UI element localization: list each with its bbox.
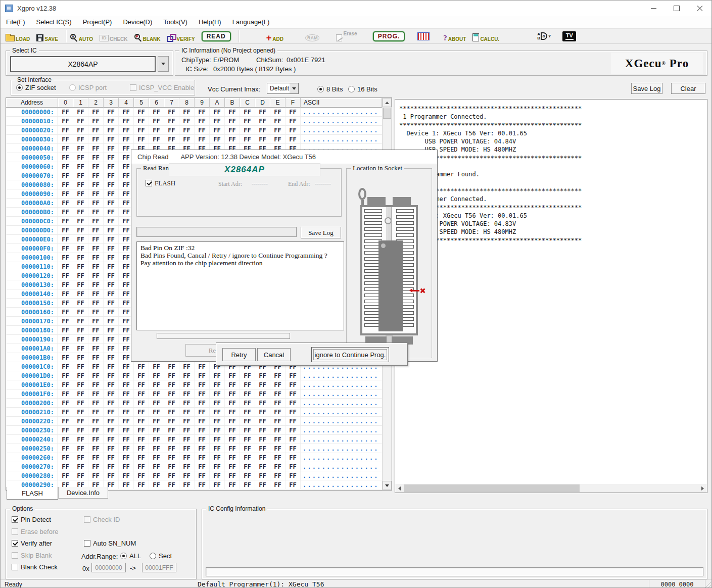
hex-byte-cell[interactable]: FF [104,435,119,444]
hex-column-header[interactable]: 7 [164,98,179,108]
hex-column-header[interactable]: 4 [119,98,134,108]
hex-byte-cell[interactable]: FF [73,380,88,389]
hex-byte-cell[interactable]: FF [58,244,73,253]
hex-byte-cell[interactable]: FF [73,162,88,171]
hex-byte-cell[interactable]: FF [73,217,88,225]
hex-byte-cell[interactable]: FF [88,435,104,444]
hex-byte-cell[interactable]: FF [73,435,88,444]
hex-byte-cell[interactable]: FF [270,453,286,462]
hex-byte-cell[interactable]: FF [58,262,73,271]
hex-byte-cell[interactable]: FF [164,444,179,453]
hex-byte-cell[interactable]: FF [164,362,179,371]
hex-byte-cell[interactable]: FF [195,462,210,471]
hex-byte-cell[interactable]: FF [88,135,104,143]
hex-byte-cell[interactable]: FF [164,480,179,489]
hex-byte-cell[interactable]: FF [104,426,119,434]
hex-byte-cell[interactable]: FF [88,271,104,280]
blank-check-checkbox[interactable]: Blank Check [12,563,58,571]
hex-byte-cell[interactable]: FF [164,471,179,480]
hex-byte-cell[interactable]: FF [149,426,164,434]
menu-item[interactable]: Device(D) [117,16,158,28]
hex-byte-cell[interactable]: FF [240,380,255,389]
auto-button[interactable]: A AUTO [70,31,93,42]
hex-byte-cell[interactable]: FF [73,317,88,325]
hex-byte-cell[interactable]: FF [270,117,286,125]
hex-byte-cell[interactable]: FF [210,389,225,398]
hex-byte-cell[interactable]: FF [164,108,179,116]
hex-byte-cell[interactable]: FF [134,471,149,480]
hex-byte-cell[interactable]: FF [73,171,88,180]
scroll-up-button[interactable] [383,98,392,107]
hex-byte-cell[interactable]: FF [240,453,255,462]
hex-byte-cell[interactable]: FF [134,126,149,134]
hex-byte-cell[interactable]: FF [58,426,73,434]
hex-byte-cell[interactable]: FF [104,471,119,480]
hex-byte-cell[interactable]: FF [58,180,73,189]
hex-byte-cell[interactable]: FF [104,335,119,344]
hex-byte-cell[interactable]: FF [149,399,164,407]
hex-byte-cell[interactable]: FF [134,380,149,389]
hex-byte-cell[interactable]: FF [58,435,73,444]
hex-byte-cell[interactable]: FF [286,417,301,425]
hex-byte-cell[interactable]: FF [164,117,179,125]
hex-byte-cell[interactable]: FF [240,417,255,425]
hex-byte-cell[interactable]: FF [210,371,225,380]
hex-byte-cell[interactable]: FF [195,408,210,416]
hex-byte-cell[interactable]: FF [58,126,73,134]
hex-byte-cell[interactable]: FF [119,471,134,480]
hex-byte-cell[interactable]: FF [225,417,240,425]
hex-byte-cell[interactable]: FF [179,135,195,143]
hex-byte-cell[interactable]: FF [88,344,104,353]
hex-byte-cell[interactable]: FF [88,108,104,116]
hex-byte-cell[interactable]: FF [88,208,104,216]
hex-byte-cell[interactable]: FF [134,135,149,143]
hex-byte-cell[interactable]: FF [134,408,149,416]
hex-byte-cell[interactable]: FF [225,135,240,143]
hex-byte-cell[interactable]: FF [119,135,134,143]
hex-byte-cell[interactable]: FF [58,153,73,162]
hex-byte-cell[interactable]: FF [58,353,73,362]
hex-byte-cell[interactable]: FF [119,426,134,434]
hex-byte-cell[interactable]: FF [210,462,225,471]
hex-byte-cell[interactable]: FF [179,117,195,125]
hex-column-header[interactable]: 3 [104,98,119,108]
hex-byte-cell[interactable]: FF [210,471,225,480]
hex-byte-cell[interactable]: FF [149,371,164,380]
hex-byte-cell[interactable]: FF [164,380,179,389]
hex-byte-cell[interactable]: FF [164,453,179,462]
hex-byte-cell[interactable]: FF [255,399,270,407]
hex-byte-cell[interactable]: FF [240,135,255,143]
hex-column-header[interactable]: F [286,98,301,108]
hex-byte-cell[interactable]: FF [58,453,73,462]
ignore-continue-button[interactable]: ignore to Continue Prog. [311,347,389,362]
hex-byte-cell[interactable]: FF [240,408,255,416]
hex-byte-cell[interactable]: FF [179,408,195,416]
hex-byte-cell[interactable]: FF [210,444,225,453]
hex-byte-cell[interactable]: FF [119,380,134,389]
hex-byte-cell[interactable]: FF [286,117,301,125]
hex-byte-cell[interactable]: FF [149,117,164,125]
save-log-button[interactable]: Save Log [631,83,662,94]
hex-byte-cell[interactable]: FF [240,444,255,453]
hex-byte-cell[interactable]: FF [179,362,195,371]
addr-range-sect-radio[interactable]: Sect [150,552,172,560]
hex-byte-cell[interactable]: FF [58,108,73,116]
menu-item[interactable]: Language(L) [227,16,275,28]
hex-byte-cell[interactable]: FF [119,417,134,425]
hex-byte-cell[interactable]: FF [210,126,225,134]
scroll-right-button[interactable] [698,484,707,493]
hex-byte-cell[interactable]: FF [195,426,210,434]
hex-byte-cell[interactable]: FF [58,271,73,280]
hex-byte-cell[interactable]: FF [149,444,164,453]
hex-byte-cell[interactable]: FF [195,471,210,480]
hex-byte-cell[interactable]: FF [88,371,104,380]
hex-byte-cell[interactable]: FF [104,389,119,398]
hex-byte-cell[interactable]: FF [58,253,73,262]
hex-byte-cell[interactable]: FF [240,371,255,380]
hex-byte-cell[interactable]: FF [210,380,225,389]
hex-byte-cell[interactable]: FF [255,462,270,471]
hex-byte-cell[interactable]: FF [195,435,210,444]
hex-byte-cell[interactable]: FF [270,389,286,398]
hex-byte-cell[interactable]: FF [88,199,104,207]
hex-byte-cell[interactable]: FF [88,453,104,462]
